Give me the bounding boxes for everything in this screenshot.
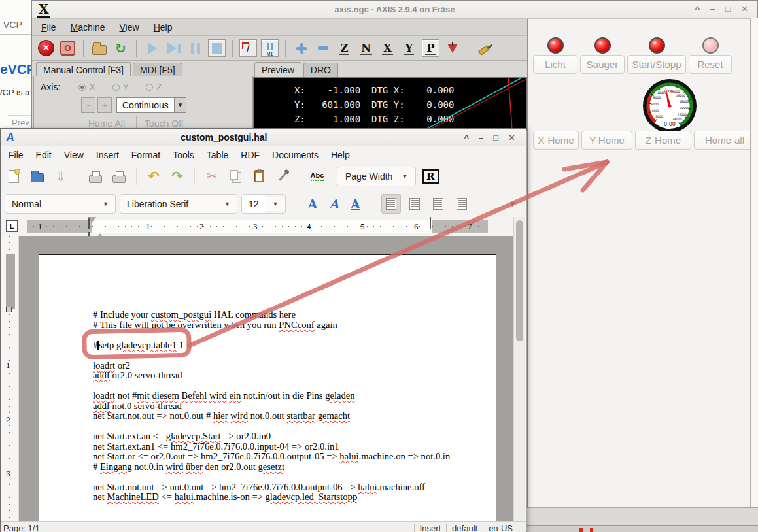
tab-manual-control-f3-[interactable]: Manual Control [F3] [36,62,131,77]
spellcheck-button[interactable]: Abc [308,167,326,186]
clear-plot-button[interactable] [475,39,492,57]
doc-line[interactable]: net Start.ext.an <= gladevcp.Start => or… [93,431,450,442]
axis-radio-y[interactable]: Y [112,82,129,92]
tab-dro[interactable]: DRO [303,63,338,78]
vcp-tab-label[interactable]: VCP [3,20,22,30]
direction-rtl-button[interactable]: R [421,167,439,186]
right-edge-strip[interactable] [750,18,758,507]
stop-program-button[interactable] [208,39,226,57]
view-x-button[interactable]: X [379,39,396,57]
minimize-button[interactable]: – [710,4,715,14]
redo-button[interactable]: ↷ [168,167,186,186]
maximize-button[interactable]: □ [725,4,731,14]
style-indicator[interactable]: default [446,524,483,532]
vertical-scrollbar[interactable] [513,217,525,521]
italic-button[interactable]: A [325,197,343,211]
rotate-view-button[interactable] [443,39,461,57]
doc-line[interactable]: # Include your custom_postgui HAL comman… [93,310,450,320]
zoom-in-button[interactable] [292,39,310,57]
jog-mode-combobox[interactable]: Continuous ▼ [116,97,186,113]
save-document-button[interactable]: ⇓ [52,167,70,186]
doc-line[interactable]: # Eingang not.0.in wird über den or2.0.o… [93,462,450,473]
top-margin-handle[interactable] [6,307,12,312]
doc-line[interactable]: net Start.ext.an1 <= hm2_7i76e.0.7i76.0.… [93,442,450,452]
open-document-button[interactable] [28,167,46,186]
view-y-button[interactable]: Y [400,39,418,57]
axis-radio-z[interactable]: Z [146,82,162,92]
new-document-button[interactable] [5,167,23,186]
home-all-button[interactable]: Home-all [694,131,755,150]
zoom-out-button[interactable] [314,39,332,57]
doc-line[interactable]: net Start.not.out => not.0.out # hier wi… [93,411,450,422]
abiword-menu-edit[interactable]: Edit [36,150,52,160]
abiword-menu-file[interactable]: File [9,150,24,160]
shade-button[interactable]: ^ [464,133,469,142]
print-button[interactable] [110,167,128,186]
pause-program-button[interactable] [186,39,204,57]
left-indent-marker[interactable] [88,222,104,234]
cut-button[interactable]: ✂ [203,167,221,186]
zoom-select[interactable]: Page Width ▼ [337,167,416,186]
format-painter-button[interactable] [273,167,292,186]
z-home-button[interactable]: Z-Home [635,131,691,150]
vcp-prev-button[interactable]: Prev [8,115,33,129]
abiword-menu-view[interactable]: View [64,150,84,160]
document-text[interactable]: # Include your custom_postgui HAL comman… [93,310,450,503]
insert-mode-indicator[interactable]: Insert [414,524,447,532]
font-select[interactable]: Liberation Serif ▼ [120,194,237,214]
undo-button[interactable]: ↶ [145,167,163,186]
align-justify-button[interactable] [452,194,472,214]
doc-line[interactable]: # This file will not be overwritten when… [93,320,450,331]
scrollbar-thumb[interactable] [516,220,523,341]
doc-line[interactable] [93,422,450,432]
abiword-window-controls[interactable]: ^–□✕ [464,133,515,142]
doc-line[interactable] [93,350,450,361]
run-program-button[interactable] [143,39,161,57]
abiword-titlebar[interactable]: A custom_postgui.hal ^–□✕ [1,129,526,146]
align-center-button[interactable] [405,194,424,214]
reload-file-button[interactable]: ↻ [112,39,129,57]
align-left-button[interactable] [381,194,401,214]
abiword-menu-format[interactable]: Format [131,150,160,160]
preview-canvas[interactable]: X: -1.000 DTG X: 0.000 Y: 601.000 DTG Y:… [253,77,527,131]
doc-line[interactable]: addf or2.0 servo-thread [93,371,450,381]
view-n-button[interactable]: N [357,39,375,57]
run-step-button[interactable] [165,39,182,57]
doc-line[interactable]: net MachineLED <= halui.machine.is-on =>… [93,492,450,503]
abiword-menu-tools[interactable]: Tools [173,150,194,160]
licht-button[interactable]: Licht [533,55,577,74]
sauger-button[interactable]: Sauger [580,55,625,74]
view-z-button[interactable]: Z [336,39,353,57]
copy-button[interactable] [226,167,245,186]
shade-button[interactable]: ^ [695,4,700,14]
tab-stop-selector[interactable]: L [6,220,18,232]
maximize-button[interactable]: □ [493,133,498,142]
tab-preview[interactable]: Preview [254,62,301,77]
axis-titlebar[interactable]: X axis.ngc - AXIS 2.9.4 on Fräse ^–□✕ [32,1,757,19]
axis-menu-file[interactable]: File [41,22,56,33]
axis-radio-x[interactable]: X [78,82,95,92]
optional-stop-toggle[interactable]: M1 [261,39,279,57]
doc-line[interactable]: net Start.not.out => not.0.out => hm2_7i… [93,482,450,493]
horizontal-ruler[interactable]: L 11234567 [1,217,513,236]
minimize-button[interactable]: – [479,133,483,142]
chevron-down-icon[interactable]: ▼ [174,98,186,112]
reset-button[interactable]: Reset [689,55,732,74]
doc-line[interactable]: loadrt or2 [93,361,450,371]
doc-line[interactable]: loadrt not #mit diesem Befehl wird ein n… [93,391,450,401]
vertical-ruler[interactable]: 123 [1,236,19,521]
abiword-menu-insert[interactable]: Insert [96,150,119,160]
axis-menu-view[interactable]: View [120,22,139,33]
x-home-button[interactable]: X-Home [533,131,579,150]
axis-menu-help[interactable]: Help [154,22,173,33]
abiword-menu-rdf[interactable]: RDF [241,150,260,160]
close-button[interactable]: ✕ [508,133,515,142]
abiword-menu-documents[interactable]: Documents [272,150,319,160]
machine-power-button[interactable]: O [59,39,77,57]
y-home-button[interactable]: Y-Home [581,131,632,150]
abiword-menu-table[interactable]: Table [207,150,228,160]
abiword-menu-help[interactable]: Help [331,150,350,160]
align-right-button[interactable] [428,194,448,214]
document-area[interactable]: 123 # Include your custom_postgui HAL co… [1,236,513,521]
style-select[interactable]: Normal ▼ [5,194,116,214]
